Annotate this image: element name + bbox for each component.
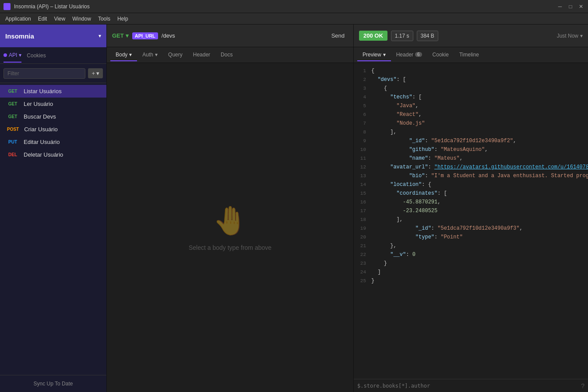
json-line: 5 "Java",	[354, 102, 588, 110]
sidebar: Insomnia ▾ API Cookies +	[0, 24, 107, 392]
filter-bar: ?	[354, 379, 588, 392]
request-name-listar: Listar Usuários	[24, 88, 62, 94]
status-badge: 200 OK	[359, 31, 387, 41]
json-line: 15 "coordinates": [	[354, 189, 588, 198]
tab-body[interactable]: Body	[110, 49, 137, 61]
api-chevron-icon	[19, 52, 21, 58]
add-request-button[interactable]: +	[88, 68, 103, 78]
timestamp-area: Just Now	[442, 33, 583, 39]
menu-view[interactable]: View	[50, 15, 69, 23]
sidebar-item-deletar-usuario[interactable]: DEL Deletar Usuário	[0, 148, 106, 161]
body-content: 🤚 Select a body type from above	[107, 63, 353, 392]
menu-help[interactable]: Help	[114, 15, 132, 23]
tab-header[interactable]: Header	[188, 49, 215, 61]
tab-preview[interactable]: Preview	[357, 49, 391, 61]
tab-auth-label: Auth	[142, 52, 153, 58]
sidebar-dropdown-icon[interactable]: ▾	[99, 33, 101, 39]
request-tab-bar: Body Auth Query Header Docs	[107, 47, 353, 63]
tab-query[interactable]: Query	[163, 49, 188, 61]
add-chevron-icon	[96, 70, 99, 77]
preview-tab-chevron-icon	[383, 52, 386, 58]
window-title: Insomnia (API) – Listar Usuários	[14, 4, 90, 10]
sidebar-filter-area: +	[0, 64, 106, 83]
sidebar-item-editar-usuario[interactable]: PUT Editar Usuário	[0, 136, 106, 148]
maximize-button[interactable]: □	[567, 3, 574, 10]
method-badge-get: GET	[5, 88, 20, 94]
tab-auth[interactable]: Auth	[137, 49, 163, 61]
tab-preview-label: Preview	[363, 52, 381, 58]
filter-help-icon[interactable]: ?	[581, 382, 584, 389]
menu-edit[interactable]: Edit	[35, 15, 51, 23]
sync-footer[interactable]: Sync Up To Date	[0, 375, 106, 392]
tab-response-header[interactable]: Header 6	[391, 49, 427, 61]
json-line: 11 "name": "Mateus",	[354, 154, 588, 163]
body-empty-icon: 🤚	[213, 204, 248, 237]
json-line: 10 "github": "MateusAquino",	[354, 145, 588, 154]
menu-window[interactable]: Window	[69, 15, 95, 23]
sidebar-item-listar-usuarios[interactable]: GET Listar Usuários	[0, 85, 106, 98]
json-line: 18 ],	[354, 215, 588, 224]
sidebar-api-tab-bar: API Cookies	[0, 47, 106, 64]
method-badge-put: PUT	[5, 139, 20, 145]
menu-application[interactable]: Application	[2, 15, 35, 23]
json-line: 20 "type": "Point"	[354, 233, 588, 242]
tab-timeline[interactable]: Timeline	[454, 49, 484, 61]
tab-response-header-label: Header	[396, 52, 413, 58]
method-badge-post: POST	[5, 126, 21, 132]
tab-timeline-label: Timeline	[459, 52, 479, 58]
api-tab-label: API	[9, 52, 17, 58]
json-line: 17 -23.2480525	[354, 206, 588, 215]
json-line: 8 ],	[354, 128, 588, 136]
json-line: 23 }	[354, 259, 588, 268]
url-input[interactable]	[162, 32, 324, 39]
method-chevron-icon	[126, 32, 129, 39]
response-tab-bar: Preview Header 6 Cookie Timeline	[354, 47, 588, 63]
close-button[interactable]: ✕	[577, 3, 584, 10]
json-line: 12 "avatar_url": "https://avatars1.githu…	[354, 163, 588, 172]
sidebar-item-ler-usuario[interactable]: GET Ler Usuário	[0, 98, 106, 110]
sidebar-header: Insomnia ▾	[0, 24, 106, 47]
method-badge-get-3: GET	[5, 114, 20, 119]
header-count-badge: 6	[415, 52, 422, 57]
json-filter-input[interactable]	[357, 383, 577, 389]
request-name-ler: Ler Usuário	[24, 101, 53, 107]
title-bar-left: Insomnia (API) – Listar Usuários	[4, 3, 90, 10]
url-bar: GET API_URL Send	[107, 24, 353, 47]
tab-cookie-label: Cookie	[433, 52, 449, 58]
request-name-buscar: Buscar Devs	[24, 113, 56, 120]
json-line: 4 "techs": [	[354, 93, 588, 102]
tab-docs[interactable]: Docs	[215, 49, 238, 61]
json-line: 9 "_id": "5e1dca792f10d12e3490a9f2",	[354, 136, 588, 145]
request-list: GET Listar Usuários GET Ler Usuário GET …	[0, 83, 106, 375]
menu-tools[interactable]: Tools	[95, 15, 114, 23]
send-button[interactable]: Send	[328, 31, 348, 41]
timestamp-text: Just Now	[557, 33, 578, 39]
cookies-tab[interactable]: Cookies	[27, 52, 46, 59]
sidebar-item-buscar-devs[interactable]: GET Buscar Devs	[0, 110, 106, 123]
api-url-badge[interactable]: API_URL	[132, 32, 158, 39]
json-line: 16 -45.8870291,	[354, 198, 588, 206]
json-line: 13 "bio": "I'm a Student and a Java enth…	[354, 172, 588, 180]
add-icon: +	[92, 70, 95, 77]
json-viewer: 1{2 "devs": [3 {4 "techs": [5 "Java",6 "…	[354, 63, 588, 379]
timestamp-chevron-icon	[580, 33, 583, 39]
minimize-button[interactable]: ─	[556, 3, 563, 10]
response-panel: 200 OK 1.17 s 384 B Just Now Preview Hea…	[354, 24, 588, 392]
request-panel: GET API_URL Send Body Auth Query	[107, 24, 354, 392]
json-line: 25}	[354, 276, 588, 285]
json-line: 22 "__v": 0	[354, 250, 588, 259]
title-bar: Insomnia (API) – Listar Usuários ─ □ ✕	[0, 0, 588, 13]
tab-cookie[interactable]: Cookie	[427, 49, 454, 61]
sidebar-item-criar-usuario[interactable]: POST Criar Usuário	[0, 123, 106, 136]
json-line: 21 },	[354, 242, 588, 250]
filter-input[interactable]	[4, 68, 85, 79]
method-selector[interactable]: GET	[112, 32, 129, 39]
tab-body-label: Body	[116, 52, 127, 58]
app-layout: Insomnia ▾ API Cookies +	[0, 24, 588, 392]
sidebar-title: Insomnia	[5, 32, 34, 40]
api-tab[interactable]: API	[4, 49, 21, 63]
app-icon	[4, 3, 11, 10]
json-line: 3 {	[354, 84, 588, 93]
tab-header-label: Header	[193, 52, 210, 58]
response-toolbar: 200 OK 1.17 s 384 B Just Now	[354, 24, 588, 47]
